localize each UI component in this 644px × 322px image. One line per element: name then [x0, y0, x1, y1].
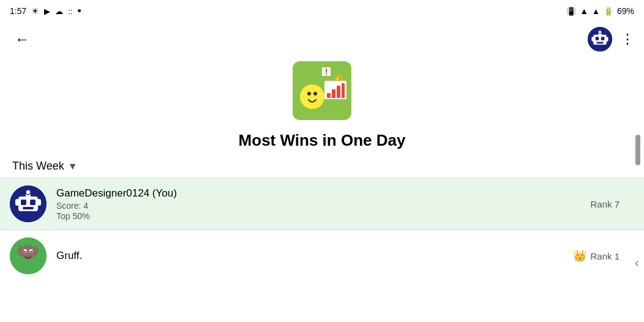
cloud-icon: ☁ — [55, 7, 63, 16]
svg-text:!: ! — [325, 67, 328, 77]
achievement-icon: ! 👍 — [293, 61, 351, 120]
rank-info: 👑 Rank 1 — [573, 249, 620, 263]
achievement-title: Most Wins in One Day — [239, 131, 406, 150]
dropdown-arrow-icon: ▼ — [68, 161, 78, 172]
player-score: Score: 4 — [56, 201, 634, 211]
svg-point-34 — [24, 251, 26, 253]
svg-rect-24 — [30, 200, 36, 205]
battery-percentage: 69% — [617, 6, 634, 16]
svg-point-6 — [598, 30, 601, 33]
player-name: Gruff. — [56, 250, 634, 262]
status-bar: 1:57 ☀ ▶ ☁ :: • 📳 ▲ ▲ 🔋 69% — [0, 0, 644, 22]
svg-rect-17 — [332, 89, 335, 98]
status-left: 1:57 ☀ ▶ ☁ :: • — [10, 6, 81, 17]
svg-rect-18 — [337, 86, 340, 98]
player-info: GameDesigner0124 (You) Score: 4 Top 50% — [56, 187, 634, 221]
svg-rect-4 — [597, 42, 604, 44]
nav-left: ← — [10, 28, 34, 50]
time-filter-label: This Week — [12, 160, 64, 173]
scrollbar[interactable] — [635, 135, 640, 165]
vibrate-icon: 📳 — [566, 7, 576, 16]
rank-text: Rank 1 — [590, 251, 620, 261]
nav-bar: ← ⋮ — [0, 22, 644, 56]
user-avatar[interactable] — [586, 26, 613, 53]
table-row[interactable]: GameDesigner0124 (You) Score: 4 Top 50% … — [0, 178, 644, 230]
rank-text: Rank 7 — [590, 199, 620, 209]
svg-point-27 — [26, 190, 31, 195]
youtube-icon: ▶ — [44, 7, 50, 16]
svg-point-11 — [307, 92, 311, 95]
svg-rect-29 — [37, 199, 41, 206]
more-options-button[interactable]: ⋮ — [621, 31, 634, 47]
player-info: Gruff. — [56, 250, 634, 262]
player-avatar — [10, 238, 47, 274]
svg-rect-25 — [23, 207, 34, 209]
rank-info: Rank 7 — [590, 199, 620, 209]
dot-icon: • — [77, 6, 81, 17]
grid-icon: :: — [68, 7, 72, 16]
svg-rect-3 — [601, 37, 604, 40]
svg-rect-23 — [21, 200, 26, 205]
svg-point-37 — [32, 246, 39, 256]
svg-rect-2 — [596, 37, 599, 40]
svg-rect-19 — [342, 83, 345, 98]
table-row[interactable]: Gruff. 👑 Rank 1 — [0, 230, 644, 277]
player-percentile: Top 50% — [56, 211, 634, 221]
crown-icon: 👑 — [573, 249, 586, 263]
svg-text:👍: 👍 — [334, 72, 343, 81]
leaderboard-list: GameDesigner0124 (You) Score: 4 Top 50% … — [0, 178, 644, 277]
back-button[interactable]: ← — [10, 28, 34, 50]
main-content: ! 👍 Most Wins in One Day This Week ▼ — [0, 56, 644, 277]
nav-right: ⋮ — [586, 26, 634, 53]
status-right: 📳 ▲ ▲ 🔋 69% — [566, 6, 634, 16]
svg-point-12 — [313, 92, 317, 95]
svg-point-35 — [31, 251, 32, 253]
chevron-right-icon[interactable]: ‹ — [635, 255, 639, 271]
wifi-icon: ▲ — [580, 6, 588, 16]
svg-rect-8 — [606, 37, 608, 41]
svg-point-36 — [18, 246, 24, 256]
player-avatar — [10, 185, 47, 222]
battery-icon: 🔋 — [604, 7, 613, 16]
svg-rect-7 — [591, 37, 594, 41]
brightness-icon: ☀ — [31, 6, 39, 16]
player-name: GameDesigner0124 (You) — [56, 187, 634, 200]
time-display: 1:57 — [10, 6, 26, 16]
svg-rect-16 — [327, 93, 331, 98]
svg-point-10 — [300, 84, 324, 109]
svg-rect-28 — [15, 199, 19, 206]
signal-icon: ▲ — [592, 7, 600, 16]
time-filter[interactable]: This Week ▼ — [0, 150, 644, 178]
